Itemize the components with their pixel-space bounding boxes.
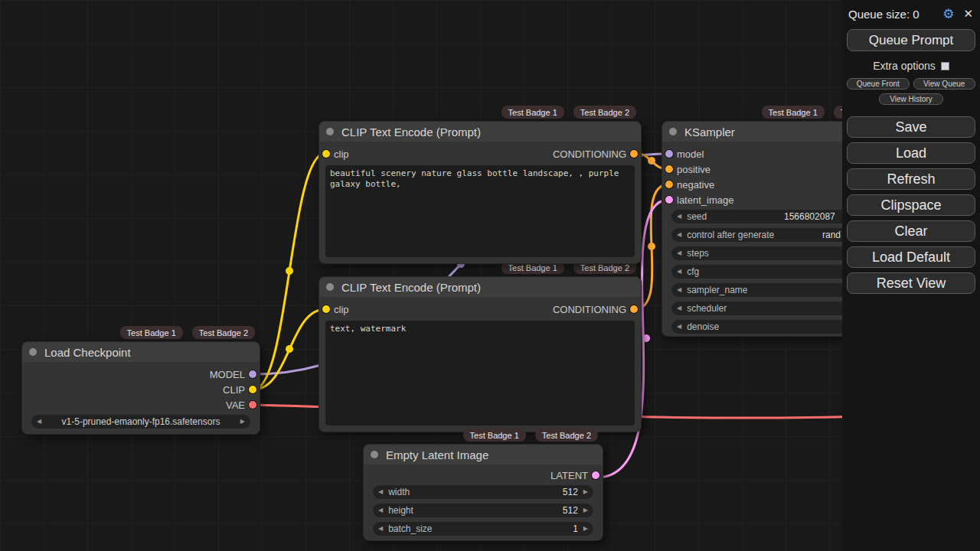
view-history-button[interactable]: View History xyxy=(879,93,943,105)
test-badge-2: Test Badge 2 xyxy=(535,429,598,442)
decrement-icon[interactable]: ◀ xyxy=(378,489,383,495)
output-label-vae: VAE xyxy=(226,399,245,411)
clip-input-port[interactable] xyxy=(322,150,330,158)
widget-height[interactable]: ◀ height 512 ▶ xyxy=(373,504,593,517)
node-header[interactable]: Empty Latent Image xyxy=(364,445,603,465)
node-header[interactable]: CLIP Text Encode (Prompt) xyxy=(319,122,641,142)
model-output-port[interactable] xyxy=(249,370,256,378)
node-clip-text-encode-positive[interactable]: Test Badge 1 Test Badge 2 CLIP Text Enco… xyxy=(318,121,642,264)
badge-row: Test Badge 1 Test Badge 2 xyxy=(120,326,255,339)
vae-output-port[interactable] xyxy=(249,401,256,409)
test-badge-1: Test Badge 1 xyxy=(762,106,825,119)
settings-gear-icon[interactable]: ⚙ xyxy=(942,6,954,22)
test-badge-1: Test Badge 1 xyxy=(463,429,526,442)
widget-value: 1566802087 xyxy=(784,211,835,222)
refresh-button[interactable]: Refresh xyxy=(847,168,975,190)
node-empty-latent-image[interactable]: Test Badge 1 Test Badge 2 Empty Latent I… xyxy=(363,444,603,541)
latent-image-input-port[interactable] xyxy=(665,196,673,204)
widget-value: rand xyxy=(822,230,841,240)
widget-width[interactable]: ◀ width 512 ▶ xyxy=(373,485,593,499)
decrement-icon[interactable]: ◀ xyxy=(677,214,681,220)
collapse-dot[interactable] xyxy=(326,283,334,291)
input-label-latent-image: latent_image xyxy=(677,194,733,206)
decrement-icon[interactable]: ◀ xyxy=(677,269,681,275)
model-input-port[interactable] xyxy=(665,150,673,158)
node-title: KSampler xyxy=(684,126,735,139)
widget-label: control after generate xyxy=(687,230,774,240)
collapse-dot[interactable] xyxy=(371,451,378,458)
test-badge-2: Test Badge 2 xyxy=(573,106,636,119)
test-badge-2: Test Badge 2 xyxy=(192,326,255,339)
clipspace-button[interactable]: Clipspace xyxy=(847,194,975,216)
output-label-conditioning: CONDITIONING xyxy=(553,304,626,315)
node-load-checkpoint[interactable]: Test Badge 1 Test Badge 2 Load Checkpoin… xyxy=(21,341,260,435)
test-badge-1: Test Badge 1 xyxy=(501,106,564,119)
conditioning-output-port[interactable] xyxy=(630,150,638,158)
wire-dot-negative xyxy=(648,243,655,250)
wire-clip-positive xyxy=(253,153,325,390)
output-label-model: MODEL xyxy=(210,369,245,380)
clear-button[interactable]: Clear xyxy=(847,220,975,242)
queue-front-button[interactable]: Queue Front xyxy=(847,78,910,90)
prompt-textarea[interactable]: beautiful scenery nature glass bottle la… xyxy=(325,165,635,257)
load-button[interactable]: Load xyxy=(847,142,975,164)
latent-output-port[interactable] xyxy=(592,471,599,479)
collapse-dot[interactable] xyxy=(326,128,334,135)
widget-label: scheduler xyxy=(687,303,727,314)
output-row-clip: CLIP xyxy=(22,382,260,397)
save-button[interactable]: Save xyxy=(847,116,975,138)
widget-label: steps xyxy=(687,248,709,259)
output-label-latent: LATENT xyxy=(550,470,588,481)
reset-view-button[interactable]: Reset View xyxy=(847,272,975,294)
positive-input-port[interactable] xyxy=(665,165,673,173)
wire-clip-negative xyxy=(253,309,325,390)
ckpt-name-combo-widget[interactable]: ◀ v1-5-pruned-emaonly-fp16.safetensors ▶ xyxy=(31,415,250,429)
node-title: CLIP Text Encode (Prompt) xyxy=(341,281,481,294)
extra-options-label: Extra options xyxy=(873,60,936,72)
input-label-negative: negative xyxy=(677,179,714,191)
test-badge-1: Test Badge 1 xyxy=(120,326,183,339)
increment-icon[interactable]: ▶ xyxy=(583,526,588,532)
decrement-icon[interactable]: ◀ xyxy=(677,250,681,256)
widget-label: cfg xyxy=(687,266,699,277)
collapse-dot[interactable] xyxy=(669,128,677,135)
load-default-button[interactable]: Load Default xyxy=(847,246,975,268)
negative-input-port[interactable] xyxy=(665,181,673,188)
node-header[interactable]: Load Checkpoint xyxy=(22,342,260,362)
queue-prompt-button[interactable]: Queue Prompt xyxy=(847,29,975,51)
widget-batch-size[interactable]: ◀ batch_size 1 ▶ xyxy=(373,522,593,536)
combo-next-icon[interactable]: ▶ xyxy=(240,419,245,425)
badge-row: Test Badge 1 Test Badge 2 xyxy=(501,106,636,119)
wire-dot-clip-negative xyxy=(286,345,293,353)
slot-row-clip-conditioning: clip CONDITIONING xyxy=(319,146,641,161)
decrement-icon[interactable]: ◀ xyxy=(677,232,681,238)
decrement-icon[interactable]: ◀ xyxy=(677,324,681,330)
widget-value: 512 xyxy=(563,505,578,516)
prompt-textarea[interactable]: text, watermark xyxy=(325,321,635,425)
view-queue-button[interactable]: View Queue xyxy=(913,78,976,90)
wire-dot-latent xyxy=(642,334,650,342)
combo-prev-icon[interactable]: ◀ xyxy=(37,419,41,425)
node-clip-text-encode-negative[interactable]: Test Badge 1 Test Badge 2 CLIP Text Enco… xyxy=(318,276,642,432)
wire-dot-clip-positive xyxy=(286,267,293,275)
extra-options-checkbox[interactable] xyxy=(941,62,949,70)
combo-prev-icon[interactable]: ◀ xyxy=(677,287,681,293)
clip-input-port[interactable] xyxy=(322,305,330,313)
slot-row-clip-conditioning: clip CONDITIONING xyxy=(319,302,641,317)
decrement-icon[interactable]: ◀ xyxy=(378,507,383,514)
widget-label: batch_size xyxy=(388,523,432,534)
increment-icon[interactable]: ▶ xyxy=(583,507,588,514)
graph-canvas[interactable]: Test Badge 1 Test Badge 2 Load Checkpoin… xyxy=(0,0,980,551)
node-title: CLIP Text Encode (Prompt) xyxy=(341,126,481,139)
decrement-icon[interactable]: ◀ xyxy=(378,526,383,532)
widget-value: 512 xyxy=(563,487,578,497)
node-header[interactable]: CLIP Text Encode (Prompt) xyxy=(319,277,641,297)
combo-prev-icon[interactable]: ◀ xyxy=(677,305,681,311)
input-label-clip: clip xyxy=(334,148,349,160)
badge-row: Test Badge 1 Test Badge 2 xyxy=(463,429,598,442)
clip-output-port[interactable] xyxy=(249,386,256,393)
conditioning-output-port[interactable] xyxy=(630,305,638,313)
increment-icon[interactable]: ▶ xyxy=(583,489,588,495)
close-menu-icon[interactable]: ✕ xyxy=(963,7,973,21)
collapse-dot[interactable] xyxy=(29,348,37,356)
